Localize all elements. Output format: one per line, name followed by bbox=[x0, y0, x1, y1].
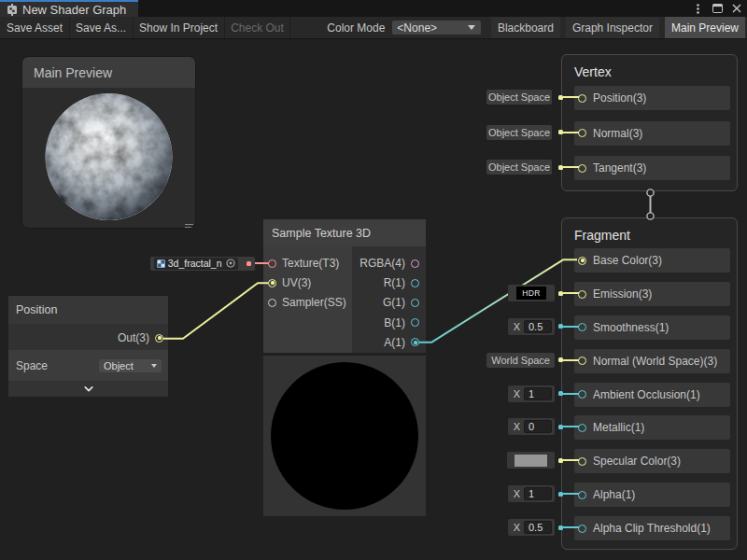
tab-new-shader-graph[interactable]: New Shader Graph bbox=[0, 0, 138, 17]
fragment-block-emission-3[interactable]: Emission(3) bbox=[574, 282, 730, 306]
maximize-icon[interactable] bbox=[712, 3, 723, 14]
fragment-block-alpha-1[interactable]: Alpha(1) bbox=[574, 483, 730, 507]
position-node[interactable]: Position Out(3) Space Object bbox=[8, 296, 168, 397]
position-collapse-row[interactable] bbox=[8, 381, 168, 397]
texture-asset-field-row: 3d_fractal_n bbox=[150, 254, 269, 273]
vertex-port-2[interactable] bbox=[578, 164, 586, 173]
shader-graph-window: New Shader Graph Save Asset Save As... S… bbox=[0, 0, 747, 560]
position-space-dropdown[interactable]: Object bbox=[99, 359, 162, 372]
graph-canvas[interactable]: Main Preview bbox=[0, 39, 747, 560]
window-controls bbox=[692, 0, 742, 17]
sample-texture-3d-node[interactable]: Sample Texture 3D Texture(T3)UV(3)Sample… bbox=[263, 219, 426, 516]
main-preview-window[interactable]: Main Preview bbox=[22, 57, 195, 228]
vertex-port-1[interactable] bbox=[578, 129, 586, 137]
position-out-label: Out(3) bbox=[118, 331, 149, 344]
fragment-block-label: Normal (World Space)(3) bbox=[593, 355, 717, 368]
position-out-port[interactable] bbox=[155, 334, 163, 343]
position-space-value: Object bbox=[104, 360, 134, 371]
fragment-port-8[interactable] bbox=[578, 525, 586, 533]
preview-resize-handle[interactable] bbox=[185, 222, 193, 227]
fragment-port-0[interactable] bbox=[578, 257, 586, 265]
sample-preview-sphere bbox=[271, 362, 418, 510]
vertex-port-0[interactable] bbox=[578, 94, 586, 103]
preview-sphere-circle bbox=[46, 93, 173, 220]
texture-asset-field[interactable]: 3d_fractal_n bbox=[150, 257, 255, 271]
inline-port-wire bbox=[563, 493, 579, 495]
sample-output-3[interactable]: B(1) bbox=[352, 313, 426, 332]
texture-asset-port-dot[interactable] bbox=[247, 261, 251, 266]
fragment-block-smoothness-1[interactable]: Smoothness(1) bbox=[574, 315, 730, 340]
float-axis-label: X bbox=[514, 522, 520, 533]
sample-input-0[interactable]: Texture(T3) bbox=[263, 254, 352, 273]
hdr-color-swatch[interactable]: HDR bbox=[516, 287, 546, 300]
color-swatch[interactable] bbox=[514, 455, 547, 467]
fragment-block-label: Alpha(1) bbox=[593, 488, 635, 501]
sample-texture-3d-header[interactable]: Sample Texture 3D bbox=[263, 219, 426, 246]
vertex-node[interactable]: Vertex Position(3)Normal(3)Tangent(3) bbox=[561, 54, 738, 191]
space-selector[interactable]: World Space bbox=[486, 353, 555, 368]
binding-selector[interactable]: Object Space bbox=[486, 125, 552, 140]
fragment-block-normal-world-space-3[interactable]: Normal (World Space)(3) bbox=[574, 349, 730, 373]
fragment-port-4[interactable] bbox=[578, 390, 586, 399]
binding-selector[interactable]: Object Space bbox=[486, 160, 552, 175]
float-input-field[interactable]: 0.5 bbox=[524, 320, 552, 333]
vertex-block-position-3[interactable]: Position(3) bbox=[574, 86, 730, 110]
sample-output-port-3[interactable] bbox=[411, 318, 419, 327]
inline-port-wire bbox=[563, 393, 579, 395]
inline-port-wire bbox=[563, 132, 579, 133]
show-in-project-button[interactable]: Show In Project bbox=[134, 17, 225, 38]
sample-output-port-0[interactable] bbox=[411, 259, 419, 268]
sample-node-preview bbox=[263, 356, 426, 516]
save-asset-button[interactable]: Save Asset bbox=[0, 17, 70, 38]
fragment-block-base-color-3[interactable]: Base Color(3) bbox=[574, 248, 730, 273]
graph-inspector-toggle[interactable]: Graph Inspector bbox=[566, 17, 659, 38]
float-input-field[interactable]: 0 bbox=[524, 420, 552, 433]
sample-input-2[interactable]: Sampler(SS) bbox=[263, 293, 352, 313]
inline-port-wire bbox=[563, 359, 579, 361]
fragment-port-6[interactable] bbox=[578, 457, 586, 466]
vertex-block-normal-3[interactable]: Normal(3) bbox=[574, 121, 730, 146]
fragment-node[interactable]: Fragment Base Color(3)Emission(3)Smoothn… bbox=[561, 217, 738, 550]
fragment-block-metallic-1[interactable]: Metallic(1) bbox=[574, 415, 730, 440]
sample-input-port-2[interactable] bbox=[268, 299, 276, 307]
float-input-field[interactable]: 1 bbox=[524, 487, 552, 500]
float-input-field[interactable]: 0.5 bbox=[524, 521, 552, 534]
position-node-header[interactable]: Position bbox=[8, 296, 168, 324]
close-icon[interactable] bbox=[731, 3, 742, 14]
sample-output-port-2[interactable] bbox=[411, 299, 419, 307]
main-preview-header[interactable]: Main Preview bbox=[22, 57, 195, 88]
main-preview-body bbox=[22, 88, 195, 228]
fragment-block-label: Metallic(1) bbox=[593, 421, 644, 434]
position-out-row: Out(3) bbox=[8, 324, 168, 350]
sample-input-1[interactable]: UV(3) bbox=[263, 273, 352, 293]
fragment-port-7[interactable] bbox=[578, 491, 586, 499]
fragment-block-specular-color-3[interactable]: Specular Color(3) bbox=[574, 449, 730, 473]
vertex-block-tangent-3[interactable]: Tangent(3) bbox=[574, 156, 730, 180]
binding-selector[interactable]: Object Space bbox=[486, 90, 552, 105]
color-mode-dropdown[interactable]: <None> bbox=[392, 21, 481, 35]
main-preview-title: Main Preview bbox=[34, 65, 112, 80]
save-as-button[interactable]: Save As... bbox=[70, 17, 134, 38]
fragment-block-alpha-clip-threshold-1[interactable]: Alpha Clip Threshold(1) bbox=[574, 516, 730, 540]
object-picker-icon[interactable] bbox=[226, 259, 235, 268]
menu-kebab-icon[interactable] bbox=[692, 3, 703, 14]
fragment-port-3[interactable] bbox=[578, 357, 586, 365]
blackboard-toggle[interactable]: Blackboard bbox=[491, 17, 560, 38]
sample-input-port-0[interactable] bbox=[268, 259, 276, 268]
sample-output-4[interactable]: A(1) bbox=[352, 332, 426, 352]
sample-output-2[interactable]: G(1) bbox=[352, 293, 426, 313]
fragment-port-5[interactable] bbox=[578, 424, 586, 432]
fragment-inline-value-1: HDR bbox=[508, 284, 579, 302]
sample-output-port-4[interactable] bbox=[411, 338, 419, 346]
sample-input-port-1[interactable] bbox=[268, 279, 276, 287]
fragment-port-1[interactable] bbox=[578, 290, 586, 299]
sample-output-1[interactable]: R(1) bbox=[352, 273, 426, 293]
fragment-block-ambient-occlusion-1[interactable]: Ambient Occlusion(1) bbox=[574, 383, 730, 407]
float-input-field[interactable]: 1 bbox=[524, 387, 552, 400]
main-preview-toggle[interactable]: Main Preview bbox=[665, 17, 745, 38]
fragment-port-2[interactable] bbox=[578, 323, 586, 331]
sample-output-port-1[interactable] bbox=[411, 279, 419, 287]
sample-output-0[interactable]: RGBA(4) bbox=[352, 254, 426, 273]
sample-input-label: Texture(T3) bbox=[282, 257, 339, 270]
inline-port-wire bbox=[563, 526, 579, 528]
